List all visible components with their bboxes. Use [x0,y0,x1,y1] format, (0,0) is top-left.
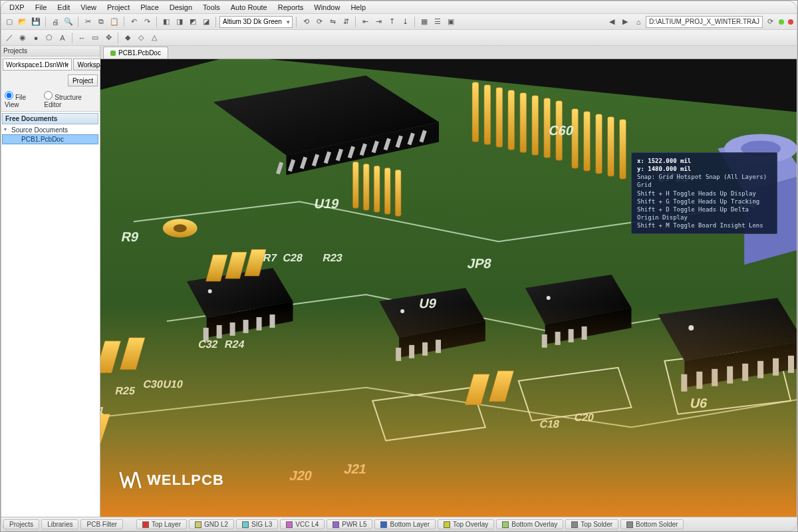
tool-a-icon[interactable]: ◧ [160,16,172,28]
menu-design[interactable]: Design [165,2,197,13]
status-tab-projects[interactable]: Projects [3,519,39,529]
svg-rect-23 [352,162,358,208]
place-text-icon[interactable]: A [57,32,68,44]
align-right-icon[interactable]: ⇥ [372,16,384,28]
place-via-icon[interactable]: ◉ [17,32,29,44]
layer-tab-9[interactable]: Bottom Solder [620,519,684,529]
menu-help[interactable]: Help [346,2,370,13]
watermark: WELLPCB [119,470,224,490]
tool-b-icon[interactable]: ◨ [174,16,186,28]
redo-icon[interactable]: ↷ [141,16,153,28]
status-tab-libraries[interactable]: Libraries [41,519,78,529]
align-left-icon[interactable]: ⇤ [359,16,371,28]
menu-dxp[interactable]: DXP [5,2,29,13]
doc-tab-label: PCB1.PcbDoc [118,49,161,57]
svg-rect-58 [436,340,441,353]
radio-file-view[interactable]: File View [5,91,39,108]
menu-window[interactable]: Window [309,2,344,13]
home-icon[interactable]: ⌂ [632,16,644,28]
svg-rect-73 [742,364,748,381]
status-tab-pcbfilter[interactable]: PCB Filter [80,519,123,529]
main-area: Projects Workspace1.DsnWrk Workspace Pro… [1,46,797,517]
svg-rect-21 [608,116,614,176]
pcb-3d-viewport[interactable]: R9 U19 C60 JP10 U4 JP8 U9 R7 C28 R23 C32… [100,59,797,517]
status-red-icon [788,19,793,25]
misc-b-icon[interactable]: ◇ [135,32,147,44]
layer-icon[interactable]: ☰ [432,16,444,28]
menu-reports[interactable]: Reports [273,2,309,13]
menu-autoroute[interactable]: Auto Route [226,2,272,13]
tool-c-icon[interactable]: ◩ [187,16,199,28]
zoom-icon[interactable]: 🔍 [63,16,74,28]
rotate-right-icon[interactable]: ⟳ [313,16,325,28]
menu-view[interactable]: View [76,2,101,13]
select-icon[interactable]: ▭ [89,32,101,44]
layer-tab-7[interactable]: Bottom Overlay [496,519,563,529]
menu-edit[interactable]: Edit [53,2,74,13]
svg-rect-57 [422,342,428,356]
menu-file[interactable]: File [31,2,52,13]
misc-a-icon[interactable]: ◆ [122,32,134,44]
misc-c-icon[interactable]: △ [148,32,160,44]
watermark-text: WELLPCB [147,471,224,489]
doc-tab-active[interactable]: PCB1.PcbDoc [103,47,168,59]
layer-tab-8[interactable]: Top Solder [565,519,618,529]
open-icon[interactable]: 📂 [17,16,29,28]
tree-leaf-selected[interactable]: PCB1.PcbDoc [2,134,98,144]
silk-u6: U6 [689,396,709,410]
rotate-left-icon[interactable]: ⟲ [300,16,312,28]
layer-tab-2[interactable]: SIG L3 [236,519,278,529]
svg-rect-10 [472,82,479,142]
hud-line2: Shift + H Toggle Heads Up Display [637,190,771,198]
svg-rect-19 [584,112,591,172]
menu-place[interactable]: Place [136,2,164,13]
svg-rect-26 [384,168,390,214]
layer-tab-6[interactable]: Top Overlay [438,519,494,529]
copy-icon[interactable]: ⧉ [95,16,107,28]
measure-icon[interactable]: ↔ [76,32,88,44]
document-tabs: PCB1.PcbDoc [100,46,797,59]
layer-tab-3[interactable]: VCC L4 [280,519,325,529]
layer-tab-1[interactable]: GND L2 [189,519,234,529]
file-path-box[interactable]: D:\ALTIUM_PROJ_X_WINTER.TRAJ [646,16,763,28]
svg-rect-74 [757,361,763,378]
place-track-icon[interactable]: ／ [3,32,15,44]
flip-h-icon[interactable]: ⇋ [327,16,338,28]
print-icon[interactable]: 🖨 [49,16,61,28]
place-poly-icon[interactable]: ⬠ [43,32,55,44]
layer-tab-0[interactable]: Top Layer [136,519,187,529]
nav-fwd-icon[interactable]: ▶ [619,16,631,28]
tree-group[interactable]: Source Documents [2,126,98,134]
svg-rect-25 [374,166,380,212]
refresh-icon[interactable]: ⟳ [764,16,776,28]
silk-u9: U9 [418,296,438,311]
move-icon[interactable]: ✥ [102,32,114,44]
hud-line3: Shift + G Toggle Heads Up Tracking [637,198,771,205]
board-icon[interactable]: ▣ [445,16,457,28]
toolbar-1: ▢ 📂 💾 🖨 🔍 ✂ ⧉ 📋 ↶ ↷ ◧ ◨ ◩ ◪ Altium 3D Dk… [1,14,797,30]
cut-icon[interactable]: ✂ [82,16,94,28]
grid-icon[interactable]: ▦ [418,16,430,28]
project-button[interactable]: Project [68,74,98,86]
place-pad-icon[interactable]: ● [30,32,42,44]
workspace-combo[interactable]: Workspace1.DsnWrk [3,59,72,70]
silk-r7: R7 [262,251,278,263]
align-top-icon[interactable]: ⤒ [386,16,398,28]
project-tree[interactable]: Free Documents Source Documents PCB1.Pcb… [1,111,100,517]
radio-structure-editor[interactable]: Structure Editor [44,91,96,108]
align-bottom-icon[interactable]: ⤓ [399,16,411,28]
svg-rect-69 [681,374,687,392]
view-config-combo[interactable]: Altium 3D Dk Green [219,16,293,28]
nav-back-icon[interactable]: ◀ [606,16,618,28]
undo-icon[interactable]: ↶ [128,16,140,28]
tool-d-icon[interactable]: ◪ [200,16,212,28]
layer-tab-4[interactable]: PWR L5 [327,519,372,529]
save-icon[interactable]: 💾 [30,16,42,28]
flip-v-icon[interactable]: ⇵ [340,16,352,28]
paste-icon[interactable]: 📋 [108,16,120,28]
status-green-icon [779,19,784,25]
menu-project[interactable]: Project [102,2,134,13]
menu-tools[interactable]: Tools [198,2,225,13]
layer-tab-5[interactable]: Bottom Layer [374,519,435,529]
new-icon[interactable]: ▢ [3,16,15,28]
